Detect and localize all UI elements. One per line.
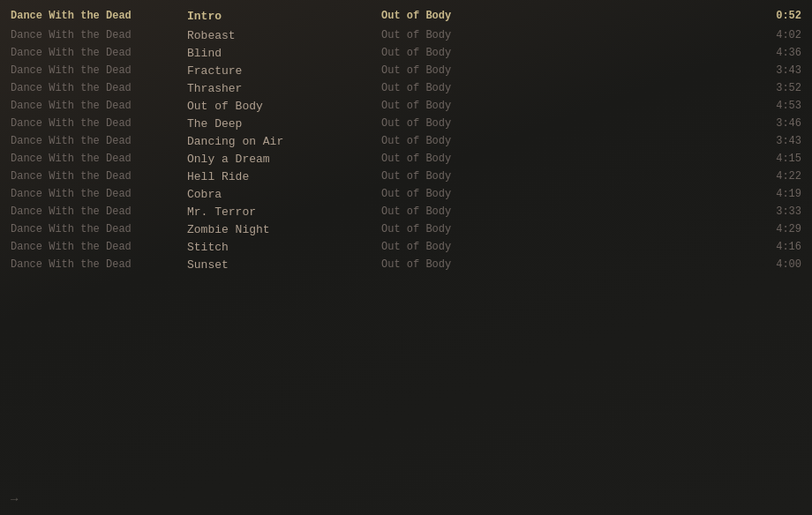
track-duration: 4:00	[748, 258, 801, 271]
table-row[interactable]: Dance With the DeadDancing on AirOut of …	[0, 132, 812, 150]
track-artist: Dance With the Dead	[11, 188, 187, 200]
track-album: Out of Body	[381, 29, 748, 41]
track-duration: 3:43	[748, 64, 801, 77]
track-artist: Dance With the Dead	[11, 82, 187, 94]
track-title: Zombie Night	[187, 223, 381, 236]
track-duration: 4:53	[748, 100, 801, 112]
track-list: Dance With the Dead Intro Out of Body 0:…	[0, 0, 812, 273]
track-artist: Dance With the Dead	[11, 258, 187, 271]
header-title: Intro	[187, 10, 381, 23]
arrow-icon: →	[11, 492, 18, 506]
track-artist: Dance With the Dead	[11, 64, 187, 77]
track-title: Blind	[187, 47, 381, 60]
track-duration: 3:46	[748, 117, 801, 130]
track-artist: Dance With the Dead	[11, 205, 187, 218]
table-row[interactable]: Dance With the DeadOnly a DreamOut of Bo…	[0, 150, 812, 168]
track-title: Out of Body	[187, 100, 381, 113]
track-artist: Dance With the Dead	[11, 135, 187, 147]
table-row[interactable]: Dance With the DeadThe DeepOut of Body3:…	[0, 115, 812, 132]
track-album: Out of Body	[381, 153, 748, 165]
table-row[interactable]: Dance With the DeadRobeastOut of Body4:0…	[0, 26, 812, 44]
track-title: Only a Dream	[187, 153, 381, 166]
track-album: Out of Body	[381, 205, 748, 218]
track-album: Out of Body	[381, 223, 748, 235]
track-album: Out of Body	[381, 117, 748, 130]
table-row[interactable]: Dance With the DeadSunsetOut of Body4:00	[0, 256, 812, 273]
track-duration: 4:02	[748, 29, 801, 41]
track-album: Out of Body	[381, 82, 748, 94]
table-header: Dance With the Dead Intro Out of Body 0:…	[0, 7, 812, 25]
table-row[interactable]: Dance With the DeadHell RideOut of Body4…	[0, 168, 812, 185]
track-album: Out of Body	[381, 241, 748, 253]
track-album: Out of Body	[381, 100, 748, 112]
track-album: Out of Body	[381, 47, 748, 59]
track-artist: Dance With the Dead	[11, 170, 187, 183]
track-album: Out of Body	[381, 64, 748, 77]
track-duration: 4:15	[748, 153, 801, 165]
track-title: Mr. Terror	[187, 205, 381, 219]
table-row[interactable]: Dance With the DeadFractureOut of Body3:…	[0, 62, 812, 79]
table-row[interactable]: Dance With the DeadStitchOut of Body4:16	[0, 238, 812, 256]
track-duration: 3:33	[748, 205, 801, 218]
track-duration: 3:43	[748, 135, 801, 147]
track-duration: 4:16	[748, 241, 801, 253]
track-duration: 4:29	[748, 223, 801, 235]
track-album: Out of Body	[381, 188, 748, 200]
track-title: Robeast	[187, 29, 381, 42]
table-row[interactable]: Dance With the DeadThrasherOut of Body3:…	[0, 79, 812, 97]
track-title: Hell Ride	[187, 170, 381, 183]
table-row[interactable]: Dance With the DeadMr. TerrorOut of Body…	[0, 203, 812, 220]
track-title: Dancing on Air	[187, 135, 381, 148]
track-duration: 4:22	[748, 170, 801, 183]
track-title: Cobra	[187, 188, 381, 201]
table-row[interactable]: Dance With the DeadCobraOut of Body4:19	[0, 185, 812, 203]
header-album: Out of Body	[381, 10, 748, 22]
track-title: Fracture	[187, 64, 381, 78]
track-title: The Deep	[187, 117, 381, 131]
table-row[interactable]: Dance With the DeadBlindOut of Body4:36	[0, 44, 812, 62]
table-row[interactable]: Dance With the DeadZombie NightOut of Bo…	[0, 220, 812, 238]
track-album: Out of Body	[381, 135, 748, 147]
header-artist: Dance With the Dead	[11, 10, 187, 22]
track-title: Sunset	[187, 258, 381, 272]
track-duration: 4:19	[748, 188, 801, 200]
track-artist: Dance With the Dead	[11, 100, 187, 112]
track-duration: 3:52	[748, 82, 801, 94]
track-artist: Dance With the Dead	[11, 29, 187, 41]
track-title: Stitch	[187, 241, 381, 254]
track-artist: Dance With the Dead	[11, 153, 187, 165]
track-album: Out of Body	[381, 258, 748, 271]
track-artist: Dance With the Dead	[11, 47, 187, 59]
track-title: Thrasher	[187, 82, 381, 95]
table-row[interactable]: Dance With the DeadOut of BodyOut of Bod…	[0, 97, 812, 115]
track-artist: Dance With the Dead	[11, 117, 187, 130]
track-artist: Dance With the Dead	[11, 241, 187, 253]
header-duration: 0:52	[748, 10, 801, 22]
track-artist: Dance With the Dead	[11, 223, 187, 235]
track-album: Out of Body	[381, 170, 748, 183]
track-duration: 4:36	[748, 47, 801, 59]
